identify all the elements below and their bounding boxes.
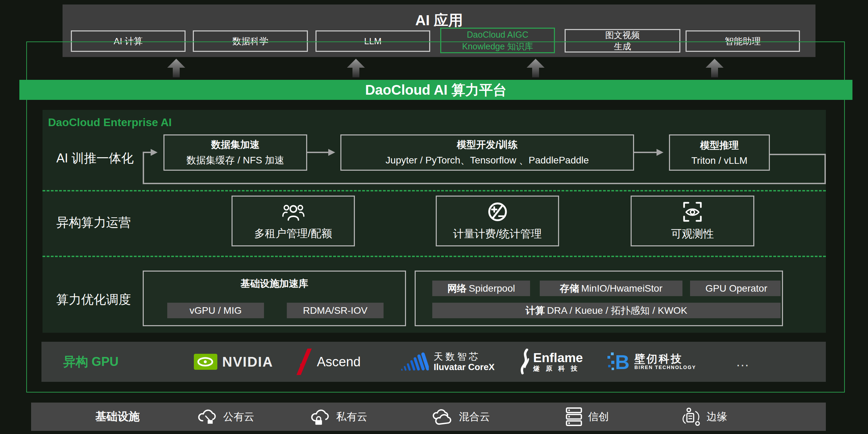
private-cloud-icon (311, 407, 331, 426)
enflame-wordmark: Enflame (533, 351, 583, 365)
xinchuang-server-icon (565, 407, 583, 426)
biren-name-cn: 壁仞科技 (634, 353, 696, 365)
edge-node-icon (681, 407, 701, 426)
vendor-ascend: Ascend (296, 348, 361, 376)
chip-label: Spiderpool (469, 283, 515, 294)
app-box-label-line1: DaoCloud AIGC (467, 29, 528, 40)
platform-banner: DaoCloud AI 算力平台 (19, 80, 852, 100)
enterprise-ai-title: DaoCloud Enterprise AI (48, 116, 172, 129)
chip-label-bold: 存储 (560, 282, 579, 295)
up-arrow-icon (705, 58, 724, 78)
flow-box-subtitle: Triton / vLLM (691, 155, 747, 166)
ascend-wordmark: Ascend (317, 355, 361, 369)
chip-label: RDMA/SR-IOV (303, 305, 368, 316)
vendor-iluvatar: 天数智芯 Iluvatar CoreX (400, 351, 494, 373)
infra-item-xinchuang: 信创 (565, 407, 609, 426)
infra-item-label: 私有云 (336, 410, 367, 424)
biren-name-en: BIREN TECHNOLOGY (634, 365, 696, 370)
flow-box-title: 模型推理 (700, 139, 739, 152)
observability-eye-icon (682, 201, 703, 223)
enflame-name-cn: 燧 原 科 技 (533, 365, 583, 372)
chip-vgpu-mig: vGPU / MIG (167, 303, 264, 318)
infra-item-label: 边缘 (707, 410, 727, 424)
chip-label: vGPU / MIG (190, 305, 242, 316)
chip-storage-minio-hwameistor: 存储 MinIO/HwameiStor (540, 281, 682, 296)
infra-item-label: 混合云 (459, 410, 490, 424)
row-label-training-inference: AI 训推一体化 (56, 150, 134, 167)
ops-box-multi-tenant: 多租户管理/配额 (232, 196, 355, 246)
infra-item-label: 信创 (588, 410, 609, 424)
dao-cloud-ai-architecture-diagram: { "app": { "title": "AI 应用", "boxes": [ … (0, 0, 868, 434)
infrastructure-bar: 基础设施 公有云 私有云 混合云 信 (31, 403, 826, 431)
up-arrow-icon (167, 58, 186, 78)
platform-banner-title: DaoCloud AI 算力平台 (365, 81, 507, 100)
chip-label: DRA / Kueue / 拓扑感知 / KWOK (547, 304, 687, 317)
app-box-label-line1: 图文视频 (605, 29, 640, 41)
chip-label-bold: 网络 (447, 282, 467, 295)
gpu-row-label: 异构 GPU (63, 353, 119, 370)
accel-library-box: 基础设施加速库 vGPU / MIG RDMA/SR-IOV (143, 271, 406, 326)
infra-item-hybrid-cloud: 混合云 (432, 407, 490, 426)
flow-box-title: 数据集加速 (211, 138, 260, 151)
hybrid-cloud-icon (432, 407, 453, 426)
chip-label: MinIO/HwameiStor (581, 283, 662, 294)
gpu-row-label-wrap: 异构 GPU (63, 353, 119, 370)
iluvatar-name-en: Iluvatar CoreX (434, 362, 494, 372)
chip-gpu-operator: GPU Operator (690, 281, 781, 296)
biren-logo-icon: B (607, 351, 630, 372)
ops-box-label: 多租户管理/配额 (254, 226, 332, 241)
infra-item-private-cloud: 私有云 (311, 407, 367, 426)
ops-box-metering-billing: 计量计费/统计管理 (436, 196, 559, 246)
iluvatar-name-cn: 天数智芯 (434, 352, 494, 362)
vendor-enflame: Enflame 燧 原 科 技 (519, 349, 583, 375)
ops-box-label: 计量计费/统计管理 (453, 227, 542, 241)
ascend-logo-icon (296, 348, 312, 376)
multi-tenant-group-icon (282, 201, 305, 222)
infra-label-wrap: 基础设施 (95, 409, 140, 424)
ai-app-title: AI 应用 (63, 11, 815, 30)
ops-box-label: 可观测性 (671, 227, 714, 241)
svg-text:B: B (615, 351, 630, 372)
vendor-biren: B 壁仞科技 BIREN TECHNOLOGY (607, 351, 696, 372)
up-arrow-icon (346, 58, 366, 78)
flow-box-model-dev-training: 模型开发/训练 Jupyter / PyTorch、Tensorflow 、Pa… (340, 134, 634, 171)
infra-item-public-cloud: 公有云 (198, 407, 254, 426)
public-cloud-icon (198, 407, 218, 426)
vendor-nvidia: NVIDIA (194, 354, 273, 370)
nvidia-wordmark: NVIDIA (222, 354, 273, 370)
chip-network-spiderpool: 网络 Spiderpool (432, 281, 530, 296)
flow-box-title: 模型开发/训练 (457, 138, 518, 151)
dashed-separator (43, 256, 826, 257)
scheduling-box: 网络 Spiderpool 存储 MinIO/HwameiStor GPU Op… (415, 271, 783, 326)
nvidia-logo-icon (194, 354, 217, 370)
gpu-vendor-bar: 异构 GPU NVIDIA Ascend (41, 342, 826, 382)
accel-library-title: 基础设施加速库 (240, 277, 308, 290)
infra-item-label: 公有云 (223, 410, 254, 424)
more-vendors-ellipsis: ... (736, 355, 749, 369)
chip-label-bold: 计算 (526, 304, 545, 317)
chip-rdma-sriov: RDMA/SR-IOV (287, 303, 384, 318)
flow-box-model-inference: 模型推理 Triton / vLLM (669, 134, 770, 171)
chip-compute-dra-kueue: 计算 DRA / Kueue / 拓扑感知 / KWOK (432, 303, 781, 318)
flow-box-subtitle: Jupyter / PyTorch、Tensorflow 、PaddlePadd… (386, 154, 589, 167)
dashed-separator (43, 190, 826, 191)
row-label-scheduling: 算力优化调度 (56, 291, 131, 308)
flow-box-subtitle: 数据集缓存 / NFS 加速 (186, 154, 284, 167)
up-arrow-icon (526, 58, 545, 78)
ops-box-observability: 可观测性 (631, 196, 754, 246)
enflame-logo-icon (519, 349, 530, 375)
infra-item-edge: 边缘 (681, 407, 727, 426)
iluvatar-logo-icon (400, 351, 429, 373)
flow-box-dataset-acceleration: 数据集加速 数据集缓存 / NFS 加速 (163, 134, 307, 171)
enterprise-ai-panel: DaoCloud Enterprise AI AI 训推一体化 数据集加速 数据… (43, 110, 826, 333)
metering-billing-icon (487, 201, 508, 223)
chip-label: GPU Operator (706, 283, 767, 294)
infra-label: 基础设施 (95, 409, 140, 424)
row-label-compute-operation: 异构算力运营 (56, 214, 131, 231)
